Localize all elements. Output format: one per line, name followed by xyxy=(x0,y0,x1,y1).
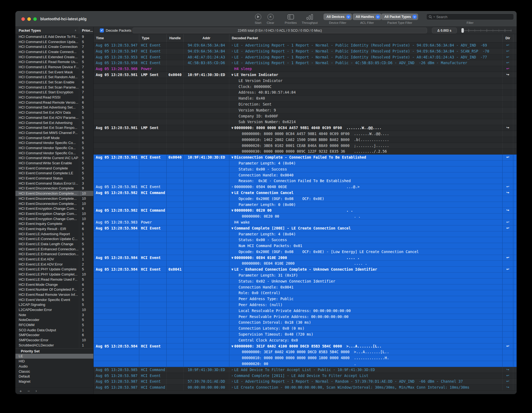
packet-type-item[interactable]: HCI Event:Inquiry Complete6 xyxy=(15,221,93,226)
packet-type-item[interactable]: HCI Event:Read Remote Version Inf...5 xyxy=(15,292,93,297)
disclosure-icon[interactable]: ∨ xyxy=(230,190,234,196)
table-row[interactable]: Connection Handle: 0x0041 xyxy=(94,284,517,290)
table-row[interactable]: Reason: 0x3E - Connection Failed To Be E… xyxy=(94,178,517,184)
packet-type-item[interactable]: HCI Event:Encryption Change Com...10 xyxy=(15,216,93,221)
table-row[interactable]: Connection Interval: 0x18 (30 ms) xyxy=(94,320,517,326)
packet-types-sort-header[interactable]: Packet Types xyxy=(15,28,41,32)
packet-type-item[interactable]: HCI Command:LE Remove Device F...7 xyxy=(15,64,93,70)
priority-set-item[interactable]: Magnet xyxy=(15,379,93,384)
disclosure-icon[interactable] xyxy=(230,66,234,72)
packet-type-item[interactable]: HCI Command:LE Add Device To Fil...9 xyxy=(15,34,93,39)
table-row[interactable]: Aug 05 13:28:53.987HCI Event›Command Com… xyxy=(94,373,517,379)
table-row[interactable]: Aug 05 13:28:53.981HCI Event›00000000: 0… xyxy=(94,184,517,190)
disclosure-icon[interactable]: ∨ xyxy=(230,155,234,160)
table-row[interactable]: Central Clock Accuracy: 0x0 xyxy=(94,337,517,343)
table-row[interactable]: Connection Handle: 0x0040 xyxy=(94,172,517,178)
disclosure-icon[interactable]: › xyxy=(230,367,234,373)
search-field[interactable] xyxy=(426,14,514,20)
packet-type-item[interactable]: HCI Command:LE Create Connecti...5 xyxy=(15,49,93,54)
packet-type-item[interactable]: HCI Command:LE Read Remote Us...5 xyxy=(15,59,93,64)
table-row[interactable]: 00000000: 8000 0000 0C84 A457 98B1 4040 … xyxy=(94,131,517,137)
priorities-button[interactable] xyxy=(283,13,299,20)
next-button[interactable]: › xyxy=(36,389,37,393)
packet-type-item[interactable]: L2CAP:Signaling5 xyxy=(15,302,93,307)
packet-type-item[interactable]: HCI Command:Set Ext Scan Respo...5 xyxy=(15,125,93,130)
column-header-addr[interactable]: Addr xyxy=(184,34,229,42)
packet-type-item[interactable]: HCI Command:Read Remote Versio...6 xyxy=(15,100,93,105)
packet-type-item[interactable]: HCI Command:Set Advertising Set...5 xyxy=(15,105,93,110)
packet-type-item[interactable]: HCI Event:Disconnection Complete...10 xyxy=(15,196,93,201)
table-row[interactable]: Num HCI Command Packets: 0x01 xyxy=(94,243,517,249)
table-row[interactable]: Aug 05 13:28:53.982HCI Command∨00000000:… xyxy=(94,208,517,214)
priority-set-item[interactable]: Classic xyxy=(15,369,93,374)
table-row[interactable]: Connection Latency: 0x0 (0 ms) xyxy=(94,326,517,332)
table-row[interactable]: Parameter Length: 0 (0x00) xyxy=(94,202,517,208)
packet-type-item[interactable]: HCI Event:Disconnection Complete9 xyxy=(15,186,93,191)
packet-type-item[interactable]: HCI Event:LE:Ext ADV1 xyxy=(15,257,93,262)
packet-type-item[interactable]: HCI Event:Command Status:Error:U...3 xyxy=(15,181,93,186)
packet-type-item[interactable]: HCI Event:Encryption Change Com...6 xyxy=(15,206,93,211)
close-window-button[interactable] xyxy=(21,17,25,21)
table-row[interactable]: Local Resolvable Private Address: 00:00:… xyxy=(94,308,517,314)
table-row[interactable]: Aug 05 13:28:53.984HCI Event0x0041∨LE - … xyxy=(94,267,517,273)
table-row[interactable]: Aug 05 13:28:53.983PowerH4 wake↩ xyxy=(94,219,517,225)
table-row[interactable]: Aug 05 13:28:53.981LMP Sent0x004010:9F:4… xyxy=(94,72,517,78)
table-row[interactable]: Peer Address: (null) xyxy=(94,302,517,308)
table-row[interactable]: Clock: 0000000C xyxy=(94,84,517,90)
packet-type-item[interactable]: ScrubbedACLDecoder1 xyxy=(15,343,93,348)
table-row[interactable]: Aug 05 13:28:53.984HCI Event∨Command Com… xyxy=(94,225,517,231)
priority-column-header[interactable]: Prior... xyxy=(82,28,93,32)
add-button[interactable]: + xyxy=(19,389,22,393)
packet-type-item[interactable]: L2CAPDecoder:Error10 xyxy=(15,307,93,312)
start-button[interactable] xyxy=(252,13,264,20)
table-row[interactable]: Version Number: 9 xyxy=(94,107,517,113)
table-row[interactable]: 00000010: 1462 2802 CA02 1500 D9B8 BBB0 … xyxy=(94,137,517,143)
packet-type-item[interactable]: HCI Command:LE Start Encryption7 xyxy=(15,90,93,95)
packet-type-item[interactable]: HCI Command:LE Set Event Mask6 xyxy=(15,70,93,75)
disclosure-icon[interactable]: › xyxy=(230,54,234,60)
table-row[interactable]: Supervision Timeout: 0x48 (720 ms) xyxy=(94,332,517,337)
table-row[interactable]: Aug 05 13:28:53.984HCI Event∨00000000: 3… xyxy=(94,343,517,349)
packet-type-item[interactable]: HCI Event:Vendor Specific Event5 xyxy=(15,297,93,302)
packet-type-item[interactable]: HCI Command:Set Ext ADV Parame...5 xyxy=(15,115,93,120)
packet-type-item[interactable]: HCI Event:LE:Enhanced Connection...3 xyxy=(15,252,93,257)
table-row[interactable]: Parameter Length: 4 (0x04) xyxy=(94,160,517,166)
table-row[interactable]: 00000020: 00 . xyxy=(94,361,517,367)
table-row[interactable]: 00000000: 0E04 010E 2000 .... . xyxy=(94,261,517,267)
packet-type-item[interactable]: HCI Event:Encryption Change Com...10 xyxy=(15,211,93,216)
acl-filter-dropdown[interactable]: All Handles xyxy=(353,14,381,20)
packet-type-item[interactable]: HCI Event:LE:PHY Update Complet...10 xyxy=(15,272,93,277)
zoom-window-button[interactable] xyxy=(33,17,37,21)
priority-set-item[interactable]: Default xyxy=(15,374,93,379)
table-row[interactable]: Status: 0x02 - Unknown Connection Identi… xyxy=(94,278,517,284)
packet-type-item[interactable]: HCI Event:LE:PHY Update Complete5 xyxy=(15,267,93,272)
clear-button[interactable]: ✕ xyxy=(264,13,277,20)
disclosure-icon[interactable]: › xyxy=(230,48,234,54)
table-row[interactable]: Aug 05 13:28:53.947HCI Event94:E9:6A:56:… xyxy=(94,48,517,54)
table-row[interactable]: Opcode: 0x200E (OGF: 0x08 OCF: 0x0E) xyxy=(94,196,517,202)
disclosure-icon[interactable] xyxy=(230,219,234,225)
decode-packets-checkbox[interactable]: ✓ xyxy=(100,28,104,32)
table-row[interactable]: 00000030: 0000 0000 0000 009C 122F 9232 … xyxy=(94,149,517,155)
packet-type-item[interactable]: HCI Command:LE Set Random Add...5 xyxy=(15,75,93,80)
packet-type-item[interactable]: HCI Command:Read RSSI6 xyxy=(15,95,93,100)
table-row[interactable]: Aug 05 13:28:53.981HCI Event0x004010:9F:… xyxy=(94,155,517,160)
table-row[interactable]: Aug 05 13:28:53.987HCI Command00:00:00:0… xyxy=(94,385,517,391)
search-input[interactable] xyxy=(436,15,511,19)
packet-type-item[interactable]: HCI Event:Disconnection Complete...10 xyxy=(15,191,93,196)
time-delta-slider[interactable] xyxy=(461,28,512,33)
table-row[interactable]: Aug 05 13:28:53.985HCI Command10:9F:41:3… xyxy=(94,367,517,373)
table-row[interactable]: Status: 0x00 - Success xyxy=(94,166,517,172)
disclosure-icon[interactable]: ∨ xyxy=(230,72,234,78)
packet-type-item[interactable]: HCI Event:Command Complete:LE5 xyxy=(15,171,93,176)
disclosure-icon[interactable]: › xyxy=(230,42,234,48)
packet-type-item[interactable]: SMPDecoder:Error10 xyxy=(15,337,93,343)
table-row[interactable]: 00000000: 0E20 00 . . xyxy=(94,214,517,219)
table-row[interactable]: LE Version Indicator xyxy=(94,78,517,84)
table-row[interactable]: Company ID: 0x000F xyxy=(94,113,517,119)
packet-type-item[interactable]: HCI Command:Write Current IAC LAP5 xyxy=(15,156,93,161)
packet-type-item[interactable]: RFCOMM5 xyxy=(15,322,93,327)
remove-button[interactable]: − xyxy=(28,389,30,393)
column-header-time[interactable]: Time xyxy=(94,34,139,42)
priority-set-item[interactable]: HID xyxy=(15,359,93,364)
